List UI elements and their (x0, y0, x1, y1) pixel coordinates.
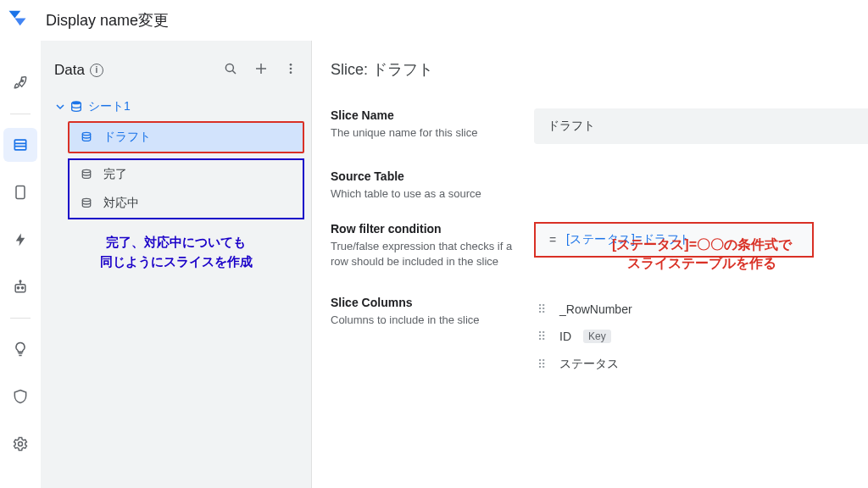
slice-columns-label: Slice Columns (331, 296, 517, 309)
database-icon (70, 100, 83, 114)
slice-title-prefix: Slice: (331, 61, 368, 78)
drag-handle-icon[interactable]: ⠿ (537, 358, 548, 371)
slice-columns-list: ⠿ _RowNumber ⠿ ID Key ⠿ ステータス (534, 296, 868, 379)
app-title: Display name変更 (46, 10, 169, 30)
tree-root-label: シート1 (88, 99, 131, 114)
left-nav-rail (0, 41, 41, 488)
column-item[interactable]: ⠿ _RowNumber (534, 296, 868, 323)
svg-point-20 (82, 169, 90, 172)
slice-label: 完了 (103, 167, 127, 182)
slice-title: Slice: ドラフト (331, 59, 868, 80)
svg-point-9 (19, 280, 21, 282)
svg-point-15 (290, 64, 292, 66)
annotation-blue-box: 完了 対応中 (68, 158, 304, 219)
slice-item-inprogress[interactable]: 対応中 (70, 189, 303, 218)
svg-point-0 (22, 80, 24, 82)
more-icon[interactable] (284, 61, 298, 79)
main-panel: Slice: ドラフト Slice Name The unique name f… (312, 41, 868, 488)
svg-rect-4 (16, 186, 25, 199)
nav-separator2 (10, 318, 31, 319)
source-table-sub: Which table to use as a source (331, 187, 481, 200)
field-slice-name: Slice Name The unique name for this slic… (331, 108, 868, 144)
key-badge: Key (583, 330, 611, 343)
data-panel-title: Data i (54, 62, 103, 79)
annotation-blue-text: 完了、対応中についても 同じようにスライスを作成 (47, 233, 304, 271)
svg-line-12 (232, 70, 236, 74)
column-name: ID (559, 330, 571, 343)
slice-label: 対応中 (103, 196, 139, 211)
nav-automation[interactable] (3, 270, 37, 304)
svg-point-17 (290, 71, 292, 74)
slice-label: ドラフト (103, 130, 151, 145)
header: Display name変更 (0, 0, 868, 41)
svg-point-18 (72, 101, 81, 104)
data-panel-title-text: Data (54, 62, 85, 79)
info-icon[interactable]: i (90, 64, 103, 77)
drag-handle-icon[interactable]: ⠿ (537, 330, 548, 343)
slice-item-draft[interactable]: ドラフト (68, 121, 304, 153)
nav-actions[interactable] (3, 223, 37, 257)
column-name: ステータス (559, 357, 619, 372)
slice-title-value: ドラフト (372, 61, 433, 78)
field-source-table: Source Table Which table to use as a sou… (331, 169, 868, 202)
row-filter-label: Row filter condition (331, 222, 517, 236)
column-item[interactable]: ⠿ ID Key (534, 323, 868, 350)
data-panel-header: Data i (47, 61, 304, 96)
svg-point-10 (19, 442, 23, 446)
appsheet-logo-icon (5, 6, 34, 35)
column-name: _RowNumber (559, 302, 632, 316)
nav-rocket[interactable] (3, 66, 37, 100)
nav-data[interactable] (3, 128, 37, 162)
svg-rect-1 (14, 140, 25, 150)
slice-icon (80, 130, 93, 144)
slice-name-input[interactable]: ドラフト (534, 108, 868, 144)
data-panel: Data i (41, 41, 312, 488)
svg-point-19 (82, 132, 90, 135)
svg-point-7 (21, 287, 23, 289)
nav-separator (10, 114, 31, 114)
annotation-red-text: [ステータス]=〇〇の条件式で スライステーブルを作る (549, 236, 854, 274)
nav-views[interactable] (3, 175, 37, 209)
nav-ideas[interactable] (3, 332, 37, 366)
svg-point-6 (17, 287, 19, 289)
svg-point-16 (290, 68, 292, 70)
column-item[interactable]: ⠿ ステータス (534, 350, 868, 379)
data-tree: シート1 ドラフト (47, 96, 304, 219)
svg-point-21 (82, 198, 90, 201)
slice-columns-sub: Columns to include in the slice (331, 313, 480, 326)
field-slice-columns: Slice Columns Columns to include in the … (331, 296, 868, 379)
source-table-label: Source Table (331, 169, 517, 183)
add-icon[interactable] (253, 61, 269, 79)
slice-name-sub: The unique name for this slice (331, 126, 477, 139)
slice-name-label: Slice Name (331, 108, 517, 122)
slice-icon (80, 168, 93, 181)
drag-handle-icon[interactable]: ⠿ (537, 302, 548, 316)
row-filter-sub: True/false expression that checks if a r… (331, 240, 512, 268)
nav-security[interactable] (3, 380, 37, 413)
chevron-down-icon (56, 103, 64, 111)
svg-point-11 (225, 64, 233, 71)
nav-settings[interactable] (3, 427, 37, 461)
slice-icon (80, 197, 93, 210)
slice-item-done[interactable]: 完了 (70, 160, 303, 189)
tree-node-root[interactable]: シート1 (54, 96, 304, 118)
search-icon[interactable] (223, 61, 238, 79)
